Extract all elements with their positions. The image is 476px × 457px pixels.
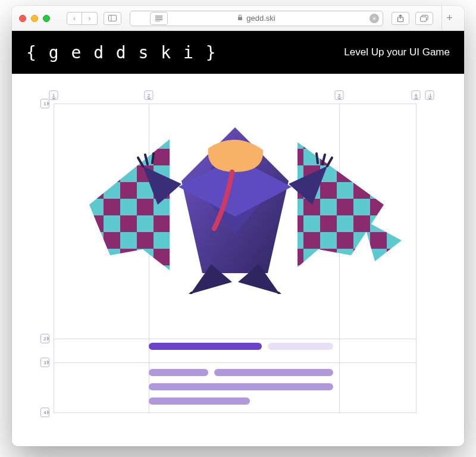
placeholder-body-row	[149, 397, 339, 405]
tabs-button[interactable]	[415, 12, 433, 25]
placeholder-bar	[149, 369, 208, 376]
placeholder-bar	[268, 343, 333, 350]
page-content: 1 2 3 4 -1 1 2 3 4	[12, 74, 464, 446]
new-tab-button[interactable]: +	[441, 6, 457, 31]
row-marker-2: 2	[40, 334, 49, 343]
nav-back-forward: ‹ ›	[67, 12, 98, 25]
grid-overlay: 1 2 3 4 -1 1 2 3 4	[54, 104, 416, 413]
row-marker-1: 1	[40, 99, 49, 108]
col-marker-1: 1	[49, 90, 58, 100]
titlebar: ‹ › gedd.ski × +	[12, 6, 464, 31]
placeholder-text-block	[149, 343, 339, 412]
svg-marker-15	[363, 220, 402, 261]
site-brand[interactable]: { g e d d s k i }	[26, 43, 217, 62]
minimize-window-button[interactable]	[31, 15, 38, 22]
svg-rect-2	[238, 17, 242, 21]
share-button[interactable]	[392, 12, 409, 25]
toolbar-right: +	[392, 6, 457, 31]
placeholder-body-row	[149, 369, 339, 376]
back-button[interactable]: ‹	[67, 12, 82, 25]
sidebar-icon	[108, 15, 117, 21]
placeholder-bar	[149, 383, 333, 390]
placeholder-body-row	[149, 383, 339, 390]
svg-rect-0	[109, 15, 117, 21]
row-marker-4: 4	[40, 408, 49, 417]
stop-reload-button[interactable]: ×	[369, 14, 379, 23]
reader-view-button[interactable]	[150, 12, 168, 25]
zoom-window-button[interactable]	[43, 15, 50, 22]
svg-marker-13	[89, 139, 170, 270]
site-header: { g e d d s k i } Level Up your UI Game	[12, 31, 464, 74]
col-marker-2: 2	[145, 90, 154, 100]
reader-icon	[155, 15, 162, 21]
close-window-button[interactable]	[19, 15, 26, 22]
placeholder-bar	[149, 397, 250, 405]
col-marker-4: 4	[412, 90, 421, 100]
url-text: gedd.ski	[246, 14, 275, 23]
col-marker-end: -1	[425, 90, 434, 100]
share-icon	[397, 14, 404, 23]
site-tagline: Level Up your UI Game	[344, 46, 450, 58]
placeholder-bar	[214, 369, 333, 376]
grid-row-line-2	[54, 339, 416, 339]
col-marker-3: 3	[335, 90, 344, 100]
lock-icon	[237, 14, 243, 22]
sidebar-toggle-button[interactable]	[104, 12, 121, 25]
row-marker-3: 3	[40, 358, 49, 367]
placeholder-heading-row	[149, 343, 339, 350]
tabs-icon	[420, 15, 428, 22]
hero-illustration	[54, 115, 416, 294]
forward-button[interactable]: ›	[82, 12, 98, 25]
placeholder-bar	[149, 343, 262, 350]
grid-row-line-1	[54, 104, 416, 104]
traffic-lights	[19, 15, 61, 22]
grid-row-line-4	[54, 412, 416, 413]
browser-window: ‹ › gedd.ski × + { g e d d s k i }	[12, 6, 464, 446]
svg-rect-9	[421, 17, 427, 21]
svg-marker-14	[298, 142, 384, 267]
